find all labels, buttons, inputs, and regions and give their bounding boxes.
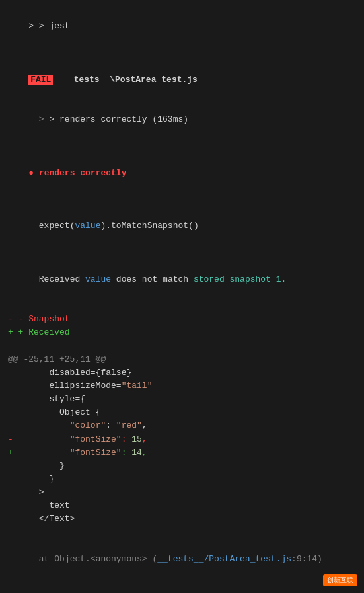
expect-line: expect(value).toMatchSnapshot() [8, 206, 356, 246]
chevron-small-icon: > [28, 114, 49, 124]
code-line-7: } [8, 473, 356, 486]
error-marker-line: ● renders correctly [8, 153, 356, 193]
stored-word: stored snapshot 1. [194, 274, 286, 284]
code-line-8: > [8, 486, 356, 499]
error-label: renders correctly [34, 168, 126, 178]
code-line-10: </Text> [8, 512, 356, 526]
jest-text: > jest [39, 21, 70, 31]
test-file: __tests__\PostArea_test.js [53, 75, 197, 85]
fail-line: FAIL __tests__\PostArea_test.js [8, 60, 356, 100]
stack-trace-1: at Object.<anonymous> (__tests__/PostAre… [8, 539, 356, 579]
plus-font-size: + "fontSize": 14, [8, 446, 356, 459]
minus-font-size: - "fontSize": 15, [8, 433, 356, 446]
received-label: + + Received [8, 326, 356, 339]
code-line-9: text [8, 499, 356, 512]
terminal: > > jest FAIL __tests__\PostArea_test.js… [0, 0, 364, 593]
suite-result: > > renders correctly (163ms) [8, 100, 356, 139]
code-line-2: ellipsizeMode="tail" [8, 379, 356, 393]
jest-label: > > jest [8, 7, 356, 46]
stack-link-1: __tests__/PostArea_test.js [157, 554, 291, 564]
code-line-3: style={ [8, 393, 356, 406]
stack-trace-2: at tryCallTwo (node_modules/promise/lib/… [8, 579, 356, 593]
snapshot-label: - - Snapshot [8, 313, 356, 326]
code-line-4: Object { [8, 406, 356, 419]
code-line-5: "color": "red", [8, 419, 356, 432]
code-line-6: } [8, 459, 356, 473]
chevron-icon: > [28, 21, 39, 31]
error-icon: ● [28, 168, 34, 178]
brand-badge: 创新互联 [323, 574, 357, 586]
diff-header: @@ -25,11 +25,11 @@ [8, 353, 356, 366]
value-keyword: value [75, 221, 100, 231]
suite-label: > renders correctly (163ms) [49, 114, 188, 124]
fail-badge: FAIL [28, 75, 53, 85]
value-word: value [85, 274, 111, 284]
code-line-1: disabled={false} [8, 366, 356, 379]
received-msg: Received value does not match stored sna… [8, 260, 356, 299]
